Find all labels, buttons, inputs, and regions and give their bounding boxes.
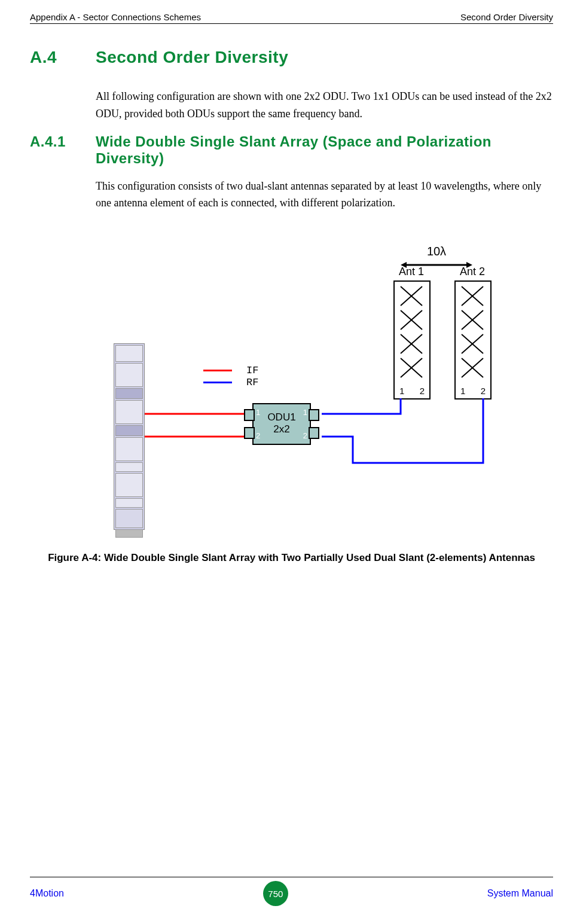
section-title-text: Second Order Diversity bbox=[96, 48, 288, 67]
header-left: Appendix A - Sector Connections Schemes bbox=[30, 12, 201, 22]
subsection-title-text: Wide Double Single Slant Array (Space an… bbox=[96, 133, 553, 167]
page-header: Appendix A - Sector Connections Schemes … bbox=[30, 12, 553, 24]
subsection-number: A.4.1 bbox=[30, 133, 96, 167]
header-right: Second Order Diversity bbox=[460, 12, 553, 22]
page-number-badge: 750 bbox=[263, 881, 288, 906]
section-intro: All following configuration are shown wi… bbox=[96, 88, 553, 123]
footer-left: 4Motion bbox=[30, 888, 64, 899]
figure-diagram: 10λ Ant 1 Ant 2 1 2 1 2 IF RF bbox=[96, 248, 514, 535]
footer-right: System Manual bbox=[487, 888, 553, 899]
subsection-body: This configuration consists of two dual-… bbox=[96, 178, 553, 212]
subsection-heading: A.4.1 Wide Double Single Slant Array (Sp… bbox=[30, 133, 553, 167]
page-footer: 4Motion 750 System Manual bbox=[30, 877, 553, 906]
au-card bbox=[114, 343, 145, 530]
section-number: A.4 bbox=[30, 48, 96, 67]
section-heading: A.4 Second Order Diversity bbox=[30, 48, 553, 67]
figure-caption: Figure A-4: Wide Double Single Slant Arr… bbox=[36, 550, 547, 567]
wiring-icon bbox=[96, 248, 514, 535]
